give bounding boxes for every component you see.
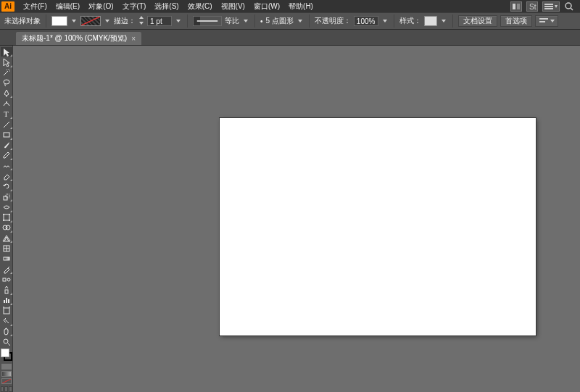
svg-rect-19 [4, 214, 9, 220]
brush-dropdown[interactable] [297, 16, 304, 26]
canvas[interactable] [13, 46, 580, 392]
svg-point-20 [3, 214, 4, 215]
selection-tool[interactable] [1, 47, 12, 57]
align-dropdown[interactable] [535, 15, 558, 27]
width-tool[interactable] [1, 202, 12, 212]
svg-rect-16 [4, 133, 9, 137]
stroke-weight-input[interactable]: 1 pt [147, 16, 172, 26]
svg-point-39 [4, 339, 8, 343]
menu-object[interactable]: 对象(O) [84, 1, 117, 12]
shaper-tool[interactable] [1, 161, 12, 170]
svg-rect-29 [4, 257, 9, 260]
close-tab-button[interactable]: × [131, 35, 136, 43]
svg-rect-11 [539, 21, 545, 22]
solid-color-button[interactable] [1, 364, 12, 370]
svg-rect-36 [4, 308, 9, 314]
toolbar-fill-swatch[interactable] [1, 349, 9, 357]
menu-window[interactable]: 窗口(W) [249, 1, 284, 12]
direct-selection-tool[interactable] [1, 57, 12, 67]
svg-rect-5 [544, 8, 553, 9]
opacity-dropdown[interactable] [381, 16, 389, 26]
artboard[interactable] [220, 118, 536, 335]
svg-text:St: St [529, 3, 536, 11]
opacity-label: 不透明度： [315, 16, 351, 26]
menu-edit[interactable]: 编辑(E) [51, 1, 84, 12]
rotate-tool[interactable] [1, 182, 12, 191]
svg-line-15 [4, 122, 9, 128]
color-mode-buttons [1, 364, 12, 384]
document-tab[interactable]: 未标题-1* @ 100% (CMYK/预览) × [16, 32, 141, 45]
svg-rect-10 [539, 18, 548, 20]
stroke-swatch-dropdown[interactable] [104, 16, 111, 26]
column-graph-tool[interactable] [1, 296, 12, 305]
menu-file[interactable]: 文件(F) [19, 1, 51, 12]
gradient-color-button[interactable] [1, 371, 12, 377]
fill-dropdown[interactable] [70, 16, 78, 26]
pencil-tool[interactable] [1, 151, 12, 160]
profile-dropdown[interactable] [242, 16, 249, 26]
pen-tool[interactable] [1, 88, 12, 98]
stroke-weight-dropdown[interactable] [175, 16, 182, 26]
svg-point-22 [3, 220, 4, 221]
curvature-tool[interactable] [1, 99, 12, 108]
eraser-tool[interactable] [1, 171, 12, 180]
separator [452, 14, 453, 28]
document-setup-button[interactable]: 文档设置 [458, 15, 497, 27]
eyedropper-tool[interactable] [1, 264, 12, 274]
hand-tool[interactable] [1, 327, 12, 336]
separator [187, 14, 188, 28]
zoom-tool[interactable] [1, 337, 12, 346]
stroke-swatch[interactable] [80, 16, 101, 26]
svg-rect-34 [6, 298, 7, 303]
symbol-sprayer-tool[interactable] [1, 285, 12, 294]
workspace-icon-2[interactable]: St [526, 1, 538, 12]
magic-wand-tool[interactable] [1, 68, 12, 78]
search-icon[interactable] [564, 1, 574, 12]
mesh-tool[interactable] [1, 243, 12, 253]
fill-swatch[interactable] [51, 16, 67, 26]
workspace-dropdown[interactable] [542, 1, 560, 12]
menu-view[interactable]: 视图(V) [217, 1, 249, 12]
svg-rect-32 [5, 290, 8, 293]
fill-stroke-swatches[interactable] [1, 349, 12, 361]
slice-tool[interactable] [1, 316, 12, 325]
svg-point-13 [6, 101, 7, 103]
line-tool[interactable] [1, 120, 12, 129]
menu-select[interactable]: 选择(S) [150, 1, 183, 12]
svg-rect-33 [4, 300, 5, 303]
separator [46, 14, 46, 28]
workspace-icon-1[interactable] [510, 1, 522, 12]
style-swatch[interactable] [424, 16, 437, 26]
rectangle-tool[interactable] [1, 130, 12, 139]
lasso-tool[interactable] [1, 78, 12, 88]
stroke-profile-display[interactable] [193, 16, 222, 26]
menu-effect[interactable]: 效果(C) [183, 1, 217, 12]
menu-type[interactable]: 文字(T) [118, 1, 151, 12]
app-logo: Ai [1, 1, 14, 12]
svg-line-7 [571, 8, 573, 10]
workspace-switcher: St [510, 1, 580, 12]
svg-rect-30 [3, 278, 6, 281]
opacity-input[interactable]: 100% [354, 16, 378, 26]
gradient-tool[interactable] [1, 254, 12, 264]
svg-point-12 [4, 80, 9, 84]
svg-rect-4 [544, 6, 553, 7]
style-dropdown[interactable] [440, 16, 447, 26]
screen-mode-buttons[interactable] [1, 386, 12, 392]
free-transform-tool[interactable] [1, 213, 12, 222]
scale-tool[interactable] [1, 192, 12, 201]
svg-rect-1 [517, 4, 520, 9]
artboard-tool[interactable] [1, 306, 12, 315]
preferences-button[interactable]: 首选项 [500, 15, 532, 27]
shape-builder-tool[interactable] [1, 223, 12, 233]
svg-point-31 [7, 278, 10, 281]
stroke-stepper-arrows[interactable] [138, 15, 144, 27]
menu-help[interactable]: 帮助(H) [284, 1, 318, 12]
type-tool[interactable]: T [1, 109, 12, 119]
no-selection-label: 未选择对象 [4, 16, 41, 26]
none-color-button[interactable] [1, 378, 12, 384]
blend-tool[interactable] [1, 275, 12, 284]
perspective-grid-tool[interactable] [1, 233, 12, 243]
stroke-label: 描边： [114, 16, 136, 26]
paintbrush-tool[interactable] [1, 141, 12, 150]
